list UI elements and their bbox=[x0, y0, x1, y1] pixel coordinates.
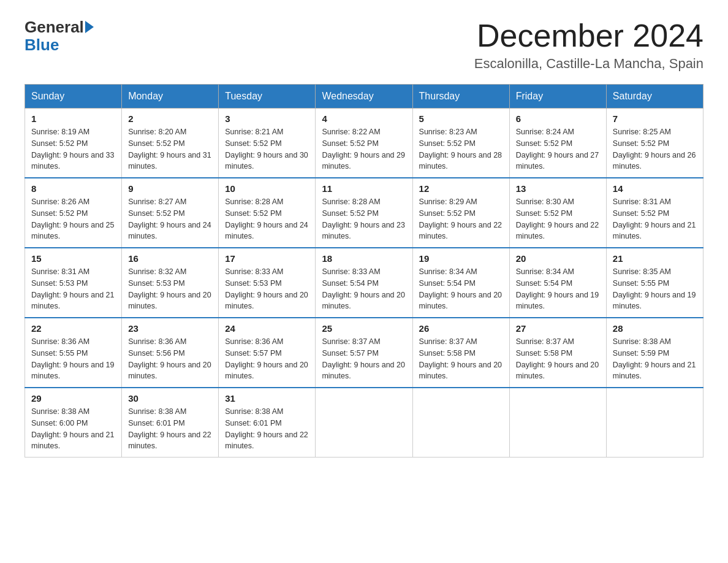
table-row: 8 Sunrise: 8:26 AM Sunset: 5:52 PM Dayli… bbox=[25, 178, 122, 248]
day-number: 24 bbox=[225, 323, 309, 334]
calendar-week-row: 29 Sunrise: 8:38 AM Sunset: 6:00 PM Dayl… bbox=[25, 388, 703, 458]
calendar-table: Sunday Monday Tuesday Wednesday Thursday… bbox=[25, 84, 703, 458]
table-row: 28 Sunrise: 8:38 AM Sunset: 5:59 PM Dayl… bbox=[606, 318, 703, 388]
table-row bbox=[509, 388, 606, 458]
table-row: 23 Sunrise: 8:36 AM Sunset: 5:56 PM Dayl… bbox=[122, 318, 219, 388]
col-saturday: Saturday bbox=[606, 85, 703, 109]
calendar-week-row: 1 Sunrise: 8:19 AM Sunset: 5:52 PM Dayli… bbox=[25, 109, 703, 178]
day-info: Sunrise: 8:27 AM Sunset: 5:52 PM Dayligh… bbox=[128, 196, 212, 242]
day-info: Sunrise: 8:29 AM Sunset: 5:52 PM Dayligh… bbox=[419, 196, 503, 242]
day-info: Sunrise: 8:21 AM Sunset: 5:52 PM Dayligh… bbox=[225, 126, 309, 172]
day-number: 27 bbox=[516, 323, 600, 334]
day-info: Sunrise: 8:25 AM Sunset: 5:52 PM Dayligh… bbox=[613, 126, 697, 172]
day-info: Sunrise: 8:19 AM Sunset: 5:52 PM Dayligh… bbox=[31, 126, 115, 172]
col-monday: Monday bbox=[122, 85, 219, 109]
table-row: 5 Sunrise: 8:23 AM Sunset: 5:52 PM Dayli… bbox=[412, 109, 509, 178]
day-number: 10 bbox=[225, 183, 309, 194]
day-info: Sunrise: 8:38 AM Sunset: 6:01 PM Dayligh… bbox=[225, 406, 309, 452]
day-number: 21 bbox=[613, 253, 697, 264]
day-info: Sunrise: 8:38 AM Sunset: 6:01 PM Dayligh… bbox=[128, 406, 212, 452]
table-row: 22 Sunrise: 8:36 AM Sunset: 5:55 PM Dayl… bbox=[25, 318, 122, 388]
table-row bbox=[412, 388, 509, 458]
day-number: 4 bbox=[322, 113, 406, 124]
day-number: 2 bbox=[128, 113, 212, 124]
calendar-header-row: Sunday Monday Tuesday Wednesday Thursday… bbox=[25, 85, 703, 109]
table-row: 24 Sunrise: 8:36 AM Sunset: 5:57 PM Dayl… bbox=[219, 318, 316, 388]
table-row: 7 Sunrise: 8:25 AM Sunset: 5:52 PM Dayli… bbox=[606, 109, 703, 178]
day-info: Sunrise: 8:30 AM Sunset: 5:52 PM Dayligh… bbox=[516, 196, 600, 242]
col-wednesday: Wednesday bbox=[316, 85, 412, 109]
day-number: 15 bbox=[31, 253, 115, 264]
day-number: 18 bbox=[322, 253, 406, 264]
table-row: 19 Sunrise: 8:34 AM Sunset: 5:54 PM Dayl… bbox=[412, 248, 509, 318]
day-info: Sunrise: 8:22 AM Sunset: 5:52 PM Dayligh… bbox=[322, 126, 406, 172]
day-number: 5 bbox=[419, 113, 503, 124]
logo-general: General bbox=[25, 18, 94, 36]
table-row: 31 Sunrise: 8:38 AM Sunset: 6:01 PM Dayl… bbox=[219, 388, 316, 458]
day-info: Sunrise: 8:35 AM Sunset: 5:55 PM Dayligh… bbox=[613, 266, 697, 312]
table-row: 16 Sunrise: 8:32 AM Sunset: 5:53 PM Dayl… bbox=[122, 248, 219, 318]
col-tuesday: Tuesday bbox=[219, 85, 316, 109]
day-number: 20 bbox=[516, 253, 600, 264]
day-info: Sunrise: 8:36 AM Sunset: 5:55 PM Dayligh… bbox=[31, 336, 115, 382]
table-row: 4 Sunrise: 8:22 AM Sunset: 5:52 PM Dayli… bbox=[316, 109, 412, 178]
day-number: 30 bbox=[128, 393, 212, 404]
day-info: Sunrise: 8:20 AM Sunset: 5:52 PM Dayligh… bbox=[128, 126, 212, 172]
logo: General Blue bbox=[25, 18, 94, 53]
day-info: Sunrise: 8:33 AM Sunset: 5:54 PM Dayligh… bbox=[322, 266, 406, 312]
day-info: Sunrise: 8:26 AM Sunset: 5:52 PM Dayligh… bbox=[31, 196, 115, 242]
day-info: Sunrise: 8:38 AM Sunset: 5:59 PM Dayligh… bbox=[613, 336, 697, 382]
table-row: 17 Sunrise: 8:33 AM Sunset: 5:53 PM Dayl… bbox=[219, 248, 316, 318]
day-info: Sunrise: 8:36 AM Sunset: 5:57 PM Dayligh… bbox=[225, 336, 309, 382]
table-row: 27 Sunrise: 8:37 AM Sunset: 5:58 PM Dayl… bbox=[509, 318, 606, 388]
calendar-week-row: 8 Sunrise: 8:26 AM Sunset: 5:52 PM Dayli… bbox=[25, 178, 703, 248]
day-info: Sunrise: 8:24 AM Sunset: 5:52 PM Dayligh… bbox=[516, 126, 600, 172]
page-title: December 2024 bbox=[474, 18, 703, 53]
day-number: 3 bbox=[225, 113, 309, 124]
day-number: 26 bbox=[419, 323, 503, 334]
table-row: 29 Sunrise: 8:38 AM Sunset: 6:00 PM Dayl… bbox=[25, 388, 122, 458]
calendar-week-row: 15 Sunrise: 8:31 AM Sunset: 5:53 PM Dayl… bbox=[25, 248, 703, 318]
day-info: Sunrise: 8:28 AM Sunset: 5:52 PM Dayligh… bbox=[322, 196, 406, 242]
day-number: 23 bbox=[128, 323, 212, 334]
table-row: 15 Sunrise: 8:31 AM Sunset: 5:53 PM Dayl… bbox=[25, 248, 122, 318]
day-number: 9 bbox=[128, 183, 212, 194]
table-row: 18 Sunrise: 8:33 AM Sunset: 5:54 PM Dayl… bbox=[316, 248, 412, 318]
day-number: 25 bbox=[322, 323, 406, 334]
day-info: Sunrise: 8:31 AM Sunset: 5:53 PM Dayligh… bbox=[31, 266, 115, 312]
table-row: 14 Sunrise: 8:31 AM Sunset: 5:52 PM Dayl… bbox=[606, 178, 703, 248]
table-row: 2 Sunrise: 8:20 AM Sunset: 5:52 PM Dayli… bbox=[122, 109, 219, 178]
table-row: 3 Sunrise: 8:21 AM Sunset: 5:52 PM Dayli… bbox=[219, 109, 316, 178]
day-number: 22 bbox=[31, 323, 115, 334]
day-info: Sunrise: 8:36 AM Sunset: 5:56 PM Dayligh… bbox=[128, 336, 212, 382]
day-number: 6 bbox=[516, 113, 600, 124]
day-info: Sunrise: 8:32 AM Sunset: 5:53 PM Dayligh… bbox=[128, 266, 212, 312]
day-info: Sunrise: 8:34 AM Sunset: 5:54 PM Dayligh… bbox=[516, 266, 600, 312]
table-row: 30 Sunrise: 8:38 AM Sunset: 6:01 PM Dayl… bbox=[122, 388, 219, 458]
table-row: 6 Sunrise: 8:24 AM Sunset: 5:52 PM Dayli… bbox=[509, 109, 606, 178]
day-info: Sunrise: 8:31 AM Sunset: 5:52 PM Dayligh… bbox=[613, 196, 697, 242]
table-row: 1 Sunrise: 8:19 AM Sunset: 5:52 PM Dayli… bbox=[25, 109, 122, 178]
title-area: December 2024 Escalonilla, Castille-La M… bbox=[474, 18, 703, 72]
day-number: 31 bbox=[225, 393, 309, 404]
day-info: Sunrise: 8:34 AM Sunset: 5:54 PM Dayligh… bbox=[419, 266, 503, 312]
day-number: 17 bbox=[225, 253, 309, 264]
table-row: 10 Sunrise: 8:28 AM Sunset: 5:52 PM Dayl… bbox=[219, 178, 316, 248]
day-number: 28 bbox=[613, 323, 697, 334]
day-info: Sunrise: 8:23 AM Sunset: 5:52 PM Dayligh… bbox=[419, 126, 503, 172]
day-number: 19 bbox=[419, 253, 503, 264]
day-info: Sunrise: 8:37 AM Sunset: 5:57 PM Dayligh… bbox=[322, 336, 406, 382]
table-row bbox=[316, 388, 412, 458]
day-number: 7 bbox=[613, 113, 697, 124]
col-friday: Friday bbox=[509, 85, 606, 109]
table-row: 13 Sunrise: 8:30 AM Sunset: 5:52 PM Dayl… bbox=[509, 178, 606, 248]
table-row bbox=[606, 388, 703, 458]
day-number: 14 bbox=[613, 183, 697, 194]
day-number: 16 bbox=[128, 253, 212, 264]
logo-blue: Blue bbox=[25, 36, 94, 54]
day-info: Sunrise: 8:37 AM Sunset: 5:58 PM Dayligh… bbox=[419, 336, 503, 382]
day-info: Sunrise: 8:37 AM Sunset: 5:58 PM Dayligh… bbox=[516, 336, 600, 382]
col-thursday: Thursday bbox=[412, 85, 509, 109]
table-row: 26 Sunrise: 8:37 AM Sunset: 5:58 PM Dayl… bbox=[412, 318, 509, 388]
day-number: 29 bbox=[31, 393, 115, 404]
